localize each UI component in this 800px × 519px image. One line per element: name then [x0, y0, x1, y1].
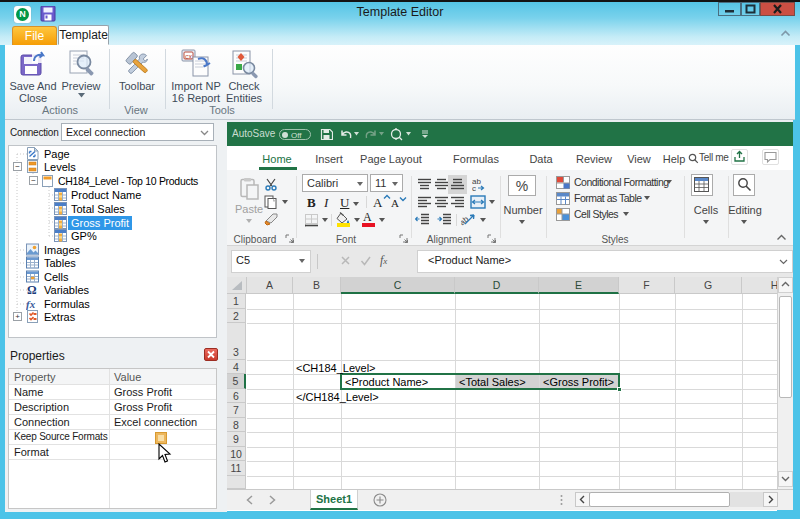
svg-text:c: c [472, 184, 476, 191]
svg-text:cx: cx [185, 53, 193, 60]
svg-text:Ω: Ω [27, 283, 37, 296]
svg-text:fx: fx [26, 297, 36, 309]
